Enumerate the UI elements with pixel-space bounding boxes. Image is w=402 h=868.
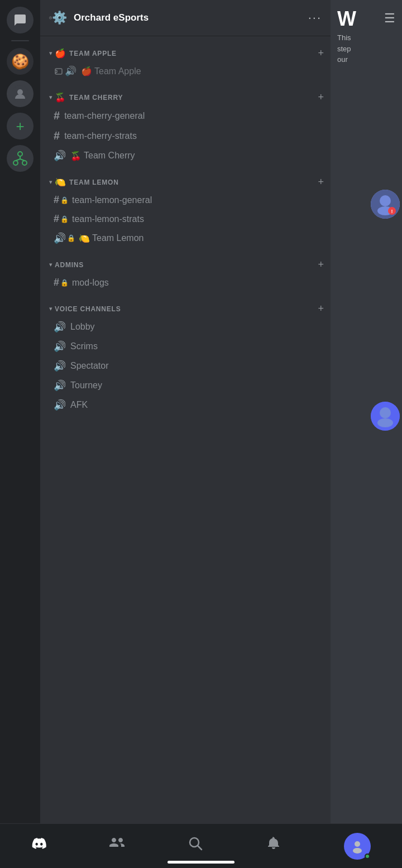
category-add-voice-channels[interactable]: + [315,303,326,315]
channel-item-spectator[interactable]: 🔊 Spectator [45,356,326,375]
svg-line-6 [16,159,20,161]
hash-icon-cherry-strats: # [54,129,60,142]
bottom-nav-search[interactable] [188,836,203,856]
server-icon-tree[interactable] [7,145,34,172]
svg-point-16 [380,407,391,418]
bottom-nav-friends[interactable] [109,836,125,856]
friends-icon [109,836,125,855]
category-name-apple: TEAM APPLE [69,50,315,57]
channel-emoji-cherry: 🍒 [70,151,82,161]
hamburger-icon: ☰ [384,11,395,26]
category-arrow-admins: ▾ [49,261,52,268]
channel-emoji-lemon: 🍋 [79,233,90,244]
svg-point-9 [50,18,51,18]
channel-name-lemon-general: team-lemon-general [72,195,152,205]
channel-item-lemon-strats[interactable]: #🔒 team-lemon-strats [45,210,326,228]
channel-item-cherry-general[interactable]: # team-cherry-general [45,106,326,126]
channel-item-scrims[interactable]: 🔊 Scrims [45,337,326,356]
server-name: Orchard eSports [74,12,308,23]
channel-item-tourney[interactable]: 🔊 Tourney [45,376,326,395]
channel-name-scrims: Scrims [70,341,98,351]
hash-lock-icon-mod-logs: #🔒 [54,277,69,288]
category-emoji-cherry: 🍒 [55,92,66,103]
server-options-button[interactable]: ··· [308,11,322,25]
server-icon-dark[interactable] [7,80,34,107]
right-panel-content-area: W This step our [337,9,384,65]
category-name-cherry: TEAM CHERRY [69,94,315,102]
bottom-nav-home[interactable] [31,836,47,856]
category-admins: ▾ ADMINS + #🔒 mod-logs [40,257,331,292]
bell-icon [266,836,281,855]
avatar-2[interactable] [371,402,400,431]
channel-name-cherry-general: team-cherry-general [64,111,145,121]
server-header[interactable]: ⚙️ Orchard eSports ··· [40,0,331,36]
category-header-team-apple[interactable]: ▾ 🍎 TEAM APPLE + [40,45,331,61]
voice-icon-spectator: 🔊 [54,360,66,372]
category-arrow-voice: ▾ [49,305,52,312]
channel-name-cherry-strats: team-cherry-strats [64,131,137,141]
server-list: 🍪 + [0,0,40,868]
category-header-team-cherry[interactable]: ▾ 🍒 TEAM CHERRY + [40,89,331,105]
category-header-team-lemon[interactable]: ▾ 🍋 TEAM LEMON + [40,174,331,190]
category-team-apple: ▾ 🍎 TEAM APPLE + 🔊 🍎 Team Apple [40,45,331,80]
app-layout: 🍪 + [0,0,402,868]
channel-name-tourney: Tourney [70,380,102,390]
bottom-nav-notifications[interactable] [266,836,281,856]
category-header-admins[interactable]: ▾ ADMINS + [40,257,331,273]
voice-icon-tourney: 🔊 [54,379,66,392]
category-emoji-apple: 🍎 [55,48,66,59]
right-panel-subtext: This step our [337,32,384,65]
category-add-admins[interactable]: + [315,259,326,271]
search-icon [188,836,203,855]
category-add-cherry[interactable]: + [315,91,326,103]
category-team-lemon: ▾ 🍋 TEAM LEMON + #🔒 team-lemon-general #… [40,174,331,248]
hash-lock-icon-lemon-strats: #🔒 [54,213,69,225]
category-name-admins: ADMINS [55,261,315,269]
category-header-voice-channels[interactable]: ▾ VOICE CHANNELS + [40,301,331,317]
channel-item-lobby[interactable]: 🔊 Lobby [45,317,326,336]
channel-item-lemon-voice[interactable]: 🔊🔒 🍋 Team Lemon [45,229,326,248]
channel-item-cherry-strats[interactable]: # team-cherry-strats [45,126,326,146]
category-name-lemon: TEAM LEMON [69,179,315,186]
profile-avatar-wrapper [344,833,371,860]
channel-list: ⚙️ Orchard eSports ··· ▾ 🍎 TEAM APPLE + [40,0,331,868]
svg-line-7 [20,159,25,161]
server-icon-fruit[interactable]: 🍪 [7,48,34,75]
bottom-nav-profile[interactable] [344,833,371,860]
channel-item-cherry-voice[interactable]: 🔊 🍒 Team Cherry [45,146,326,165]
channel-item-lemon-general[interactable]: #🔒 team-lemon-general [45,191,326,209]
home-indicator [168,861,234,864]
voice-lock-icon-lemon: 🔊🔒 [54,232,75,244]
channel-name-lemon-strats: team-lemon-strats [72,214,144,224]
svg-point-11 [380,195,391,206]
voice-icon-cherry: 🔊 [54,150,66,162]
hash-icon-cherry-general: # [54,109,60,122]
channel-name-afk: AFK [70,400,88,410]
svg-point-17 [377,418,393,427]
category-voice-channels: ▾ VOICE CHANNELS + 🔊 Lobby 🔊 Scrims 🔊 Sp… [40,301,331,414]
right-panel-big-letter: W [337,9,384,29]
channel-item-team-apple-voice[interactable]: 🔊 🍎 Team Apple [45,62,326,80]
online-status-dot [365,853,370,859]
server-icon-chat[interactable] [7,7,34,33]
channel-item-mod-logs[interactable]: #🔒 mod-logs [45,273,326,292]
channel-item-afk[interactable]: 🔊 AFK [45,396,326,414]
channel-list-content: ▾ 🍎 TEAM APPLE + 🔊 🍎 Team Apple [40,36,331,471]
channel-name-team-apple-voice: Team Apple [94,66,141,76]
avatar-1[interactable]: ! [371,190,400,219]
right-panel-menu-button[interactable]: ☰ [384,9,395,26]
category-arrow-lemon: ▾ [49,179,52,186]
svg-text:!: ! [391,209,393,214]
svg-point-21 [353,848,362,853]
svg-point-4 [22,161,27,165]
category-arrow-apple: ▾ [49,50,52,57]
svg-point-20 [355,841,360,847]
discord-logo-icon [31,836,47,855]
category-emoji-lemon: 🍋 [55,177,66,187]
channel-name-mod-logs: mod-logs [72,278,109,288]
server-icon-add[interactable]: + [7,113,34,139]
category-add-apple[interactable]: + [315,47,326,59]
right-panel-header: W This step our ☰ [331,0,402,74]
category-add-lemon[interactable]: + [315,176,326,188]
voice-icon-scrims: 🔊 [54,340,66,353]
